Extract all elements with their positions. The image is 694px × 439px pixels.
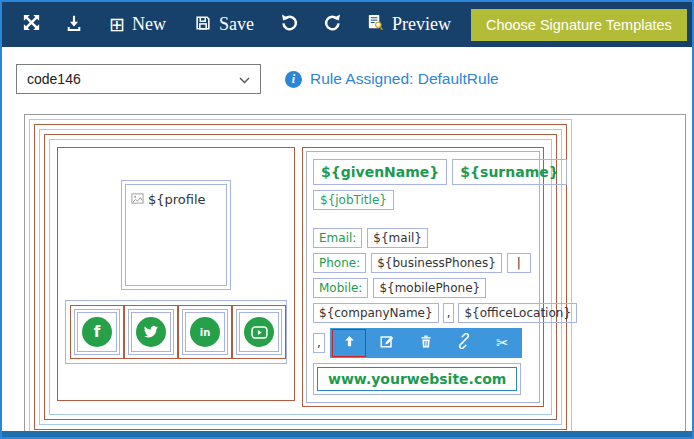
new-button-label: New: [132, 14, 166, 35]
rule-assigned-text: Rule Assigned: DefaultRule: [310, 70, 499, 88]
phone-separator[interactable]: |: [507, 253, 531, 273]
info-icon: i: [285, 71, 302, 88]
comma-separator[interactable]: ,: [443, 303, 455, 323]
facebook-icon: f: [82, 317, 112, 347]
website-field-wrapper: www.yourwebsite.com: [313, 363, 521, 395]
undo-button[interactable]: [280, 13, 299, 36]
upload-icon: [342, 334, 357, 353]
signature-left-column[interactable]: ${profile f: [57, 147, 295, 401]
social-linkedin[interactable]: in: [178, 305, 232, 359]
chevron-down-icon: [239, 71, 250, 87]
redo-icon: [323, 13, 342, 36]
profile-image-placeholder[interactable]: ${profile: [121, 180, 231, 290]
preview-button[interactable]: Preview: [366, 13, 451, 36]
rule-bar: code146 i Rule Assigned: DefaultRule: [16, 64, 499, 94]
given-name-field[interactable]: ${givenName}: [313, 159, 447, 185]
social-twitter[interactable]: [124, 305, 178, 359]
rule-assigned-info: i Rule Assigned: DefaultRule: [285, 70, 499, 88]
edit-icon: [379, 333, 395, 353]
office-location-field[interactable]: ${officeLocation}: [458, 303, 577, 323]
new-icon: ⊞: [109, 15, 125, 34]
delete-element-button[interactable]: [409, 329, 443, 357]
signature-canvas[interactable]: ${profile f: [24, 114, 686, 434]
preview-icon: [366, 13, 385, 36]
phone-label[interactable]: Phone:: [313, 253, 366, 273]
preview-button-label: Preview: [392, 14, 451, 35]
linkedin-icon: in: [190, 317, 220, 347]
social-icons-row: f in: [65, 300, 287, 364]
edit-button[interactable]: [370, 329, 404, 357]
link-button[interactable]: [447, 329, 481, 357]
download-icon: [65, 14, 83, 36]
redo-button[interactable]: [323, 13, 342, 36]
cut-button[interactable]: ✂: [486, 329, 520, 357]
broken-image-icon: [131, 192, 144, 208]
social-facebook[interactable]: f: [70, 305, 124, 359]
top-toolbar: ⊞ New Save Preview Choose Signature Temp…: [2, 2, 692, 47]
job-title-field[interactable]: ${jobTitle}: [313, 190, 394, 210]
template-select-value: code146: [27, 71, 81, 87]
link-icon: [456, 333, 472, 353]
surname-field[interactable]: ${surname}: [452, 159, 566, 185]
save-button[interactable]: Save: [194, 14, 254, 36]
signature-columns: ${profile f: [54, 144, 547, 410]
company-field[interactable]: ${companyName}: [313, 303, 439, 323]
social-youtube[interactable]: [232, 305, 286, 359]
element-edit-toolbar: ✂: [330, 328, 522, 358]
leading-comma[interactable]: ,: [313, 333, 325, 353]
fullscreen-button[interactable]: [22, 13, 41, 36]
youtube-icon: [244, 317, 274, 347]
template-select[interactable]: code146: [16, 64, 261, 94]
signature-right-column: ${givenName} ${surname} ${jobTitle} Emai…: [302, 147, 544, 407]
profile-placeholder-text: ${profile: [148, 192, 206, 207]
twitter-icon: [136, 317, 166, 347]
save-icon: [194, 14, 212, 36]
signature-editor-page: ⊞ New Save Preview Choose Signature Temp…: [0, 0, 694, 439]
new-button[interactable]: ⊞ New: [109, 14, 166, 35]
email-label[interactable]: Email:: [313, 228, 362, 248]
scissors-icon: ✂: [496, 334, 509, 352]
fullscreen-icon: [22, 13, 41, 36]
mobile-label[interactable]: Mobile:: [313, 278, 368, 298]
email-field[interactable]: ${mail}: [367, 228, 428, 248]
phone-field[interactable]: ${businessPhones}: [371, 253, 502, 273]
signature-template-wrapper: ${profile f: [29, 119, 572, 434]
undo-icon: [280, 13, 299, 36]
save-button-label: Save: [219, 14, 254, 35]
mobile-field[interactable]: ${mobilePhone}: [373, 278, 486, 298]
trash-icon: [419, 334, 433, 353]
download-button[interactable]: [65, 14, 83, 36]
website-field[interactable]: www.yourwebsite.com: [317, 367, 517, 391]
choose-signature-templates-button[interactable]: Choose Signature Templates: [471, 9, 687, 41]
bottom-accent-bar: [2, 431, 692, 437]
upload-button[interactable]: [332, 329, 366, 357]
